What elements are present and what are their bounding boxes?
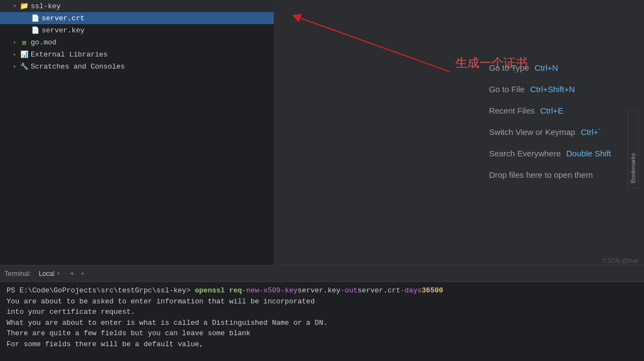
folder-icon-ssl-key: 📁: [20, 2, 29, 10]
shortcut-search-everywhere-label: Search Everywhere: [489, 148, 561, 157]
bookmarks-tab[interactable]: Bookmarks: [628, 110, 639, 188]
sidebar-item-label-go-mod: go.mod: [31, 38, 57, 47]
shortcut-switch-view: Switch View or Keymap Ctrl+`: [489, 127, 611, 136]
terminal-flag-x509: -x509: [259, 285, 280, 296]
terminal-area: Terminal: Local × + ▾ PS E:\Code\GoProje…: [0, 265, 644, 361]
terminal-line-3: What you are about to enter is what is c…: [7, 318, 637, 329]
terminal-text-2: into your certificate request.: [7, 307, 135, 318]
terminal-text-3: What you are about to enter is what is c…: [7, 318, 327, 329]
shortcut-recent-files-key: Ctrl+E: [540, 105, 563, 115]
terminal-tab-close-icon[interactable]: ×: [57, 270, 60, 277]
sidebar-item-label-scratches: Scratches and Consoles: [31, 63, 125, 71]
sidebar-item-go-mod[interactable]: ▸ ▤ go.mod: [0, 36, 274, 48]
shortcut-drop-files: Drop files here to open them: [489, 170, 611, 179]
sidebar-item-external-libraries[interactable]: ▸ 📊 External Libraries: [0, 48, 274, 60]
expand-arrow-scratches: ▸: [11, 63, 19, 70]
terminal-text-4: There are quite a few fields but you can…: [7, 328, 251, 339]
terminal-param-server-key: server.key: [298, 285, 341, 296]
watermark: CSDN @lhail: [603, 257, 639, 264]
shortcut-recent-files-label: Recent Files: [489, 105, 534, 115]
sidebar-item-label-ssl-key: ssl-key: [31, 2, 61, 10]
terminal-line-4: There are quite a few fields but you can…: [7, 328, 637, 339]
terminal-value-days: 36500: [422, 285, 443, 296]
shortcut-recent-files: Recent Files Ctrl+E: [489, 105, 611, 115]
library-icon: 📊: [20, 50, 29, 59]
sidebar-item-label-server-key: server.key: [42, 26, 84, 35]
sidebar: ▾ 📁 ssl-key ▸ 📄 server.crt ▸ 📄 server.ke…: [0, 0, 274, 265]
shortcut-go-to-file: Go to File Ctrl+Shift+N: [489, 84, 611, 93]
editor-area: 生成一个证书 Go to Type Ctrl+N Go to File Ctrl…: [274, 0, 644, 265]
terminal-line-1: You are about to be asked to enter infor…: [7, 296, 637, 307]
terminal-text-1: You are about to be asked to enter infor…: [7, 296, 315, 307]
expand-arrow-ssl-key: ▾: [11, 2, 19, 10]
terminal-text-5: For some fields there will be a default …: [7, 339, 204, 350]
terminal-tab-name: Local: [39, 270, 55, 278]
shortcut-search-everywhere-key: Double Shift: [566, 148, 611, 157]
terminal-tab-local[interactable]: Local ×: [36, 269, 64, 279]
terminal-label: Terminal:: [4, 270, 31, 278]
terminal-dropdown-icon[interactable]: ▾: [81, 270, 84, 277]
terminal-add-tab-button[interactable]: +: [67, 269, 76, 278]
svg-line-0: [296, 16, 450, 72]
file-icon-crt: 📄: [31, 14, 39, 22]
sidebar-item-server-crt[interactable]: ▸ 📄 server.crt: [0, 12, 274, 24]
shortcut-switch-view-key: Ctrl+`: [581, 127, 601, 136]
terminal-cmd-openssl: openssl req: [190, 285, 242, 296]
shortcut-go-to-type-label: Go to Type: [489, 63, 529, 72]
shortcut-go-to-type-key: Ctrl+N: [534, 63, 558, 72]
expand-arrow-go-mod: ▸: [11, 38, 19, 46]
terminal-line-2: into your certificate request.: [7, 307, 637, 318]
terminal-flag-days: -days: [400, 285, 422, 296]
terminal-flag-out: -out: [341, 285, 358, 296]
terminal-tab-bar: Terminal: Local × + ▾: [0, 266, 644, 282]
scratches-icon: 🔧: [20, 62, 29, 71]
module-icon: ▤: [20, 38, 29, 47]
sidebar-item-label-server-crt: server.crt: [42, 14, 84, 22]
shortcut-search-everywhere: Search Everywhere Double Shift: [489, 148, 611, 157]
shortcut-drop-files-label: Drop files here to open them: [489, 170, 592, 179]
sidebar-item-server-key[interactable]: ▸ 📄 server.key: [0, 24, 274, 36]
file-icon-key: 📄: [31, 26, 39, 35]
shortcut-go-to-type: Go to Type Ctrl+N: [489, 63, 611, 72]
terminal-param-server-crt: server.crt: [358, 285, 400, 296]
terminal-content: PS E:\Code\GoProjects\src\testGrpc\ssl-k…: [0, 282, 644, 361]
terminal-line-command: PS E:\Code\GoProjects\src\testGrpc\ssl-k…: [7, 285, 637, 296]
expand-arrow-ext-lib: ▸: [11, 50, 19, 58]
sidebar-item-label-external-libraries: External Libraries: [31, 50, 108, 59]
sidebar-item-scratches[interactable]: ▸ 🔧 Scratches and Consoles: [0, 60, 274, 72]
shortcut-go-to-file-label: Go to File: [489, 84, 524, 93]
terminal-prompt: PS E:\Code\GoProjects\src\testGrpc\ssl-k…: [7, 285, 190, 296]
terminal-flag-key: -key: [280, 285, 297, 296]
terminal-flag-new: -new: [242, 285, 259, 296]
shortcut-panel: Go to Type Ctrl+N Go to File Ctrl+Shift+…: [489, 63, 611, 179]
shortcut-switch-view-label: Switch View or Keymap: [489, 127, 575, 136]
shortcut-go-to-file-key: Ctrl+Shift+N: [530, 84, 575, 93]
sidebar-item-ssl-key[interactable]: ▾ 📁 ssl-key: [0, 0, 274, 12]
terminal-line-5: For some fields there will be a default …: [7, 339, 637, 350]
